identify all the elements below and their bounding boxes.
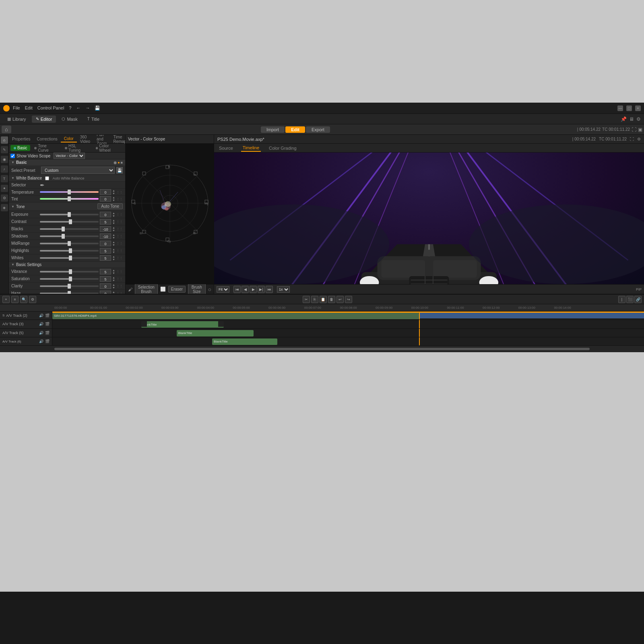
timeline-copy[interactable]: ⎘ [311, 296, 318, 303]
edit-button[interactable]: Edit [285, 126, 305, 133]
export-button[interactable]: Export [306, 126, 330, 133]
timeline-marker[interactable]: | [618, 296, 625, 303]
menu-control-panel[interactable]: Control Panel [37, 105, 64, 111]
maximize-button[interactable]: □ [626, 105, 632, 111]
saturation-track[interactable] [40, 278, 99, 280]
track-6-video-icon[interactable]: 🎬 [45, 339, 50, 343]
brush-size-button[interactable]: Brush Size [188, 284, 205, 294]
track-5-video-icon[interactable]: 🎬 [45, 331, 50, 335]
whites-value[interactable]: 5 [100, 255, 111, 261]
timeline-zoom-in[interactable]: 🔍 [20, 296, 27, 303]
timeline-split[interactable]: ⬛ [626, 296, 634, 303]
menu-edit[interactable]: Edit [25, 105, 33, 111]
tone-header[interactable]: ▼ Tone Auto Tone [9, 202, 125, 211]
whites-track[interactable] [40, 257, 99, 259]
exposure-track[interactable] [40, 214, 99, 215]
sidebar-icon-effects[interactable]: ✦ [1, 185, 8, 192]
transport-step-fwd[interactable]: ▶| [258, 286, 265, 293]
blacks-options[interactable]: ⋮⋮ [116, 227, 123, 231]
speed-select[interactable]: 1x [277, 286, 290, 293]
menu-nav-fwd[interactable]: → [85, 105, 90, 111]
clarity-stepper[interactable]: ▲▼ [112, 283, 115, 289]
whites-options[interactable]: ⋮⋮ [116, 256, 123, 260]
scope-type-select[interactable]: Vector - Color [54, 153, 85, 159]
home-button[interactable]: ⌂ [2, 126, 11, 133]
clarity-thumb[interactable] [68, 284, 71, 289]
menu-file[interactable]: File [13, 105, 20, 111]
tab-editor[interactable]: ✎ Editor [32, 116, 56, 123]
track-6-clip[interactable]: BlankTitle [212, 339, 277, 345]
shadows-track[interactable] [40, 235, 99, 237]
track-6-content[interactable]: BlankTitle [52, 337, 644, 345]
temperature-options[interactable]: ⋮⋮ [116, 190, 123, 194]
highlights-track[interactable] [40, 250, 99, 252]
track-2-content[interactable]: S8V-317711576-HDMP4.mp4 [52, 312, 644, 320]
timeline-link[interactable]: 🔗 [634, 296, 642, 303]
contrast-options[interactable]: ⋮⋮ [116, 220, 123, 223]
vibrance-value[interactable]: 5 [100, 269, 111, 275]
tab-title[interactable]: T Title [83, 116, 103, 123]
timeline-scroll-thumb[interactable] [54, 348, 590, 350]
close-button[interactable]: × [635, 105, 641, 111]
clarity-value[interactable]: 0 [100, 283, 111, 289]
auto-tone-button[interactable]: Auto Tone [97, 203, 123, 209]
vibrance-track[interactable] [40, 271, 99, 272]
clarity-track[interactable] [40, 285, 99, 287]
timeline-tab[interactable]: Timeline [241, 144, 261, 152]
shadows-stepper[interactable]: ▲▼ [112, 233, 115, 239]
whites-stepper[interactable]: ▲▼ [112, 255, 115, 261]
track-2-blue-clip[interactable] [419, 313, 644, 318]
fullscreen-icon[interactable]: ⛶ [632, 127, 636, 132]
track-3-video-icon[interactable]: 🎬 [45, 322, 50, 326]
exposure-thumb[interactable] [68, 212, 71, 217]
transport-fwd[interactable]: ⏭ [266, 286, 273, 293]
sidebar-icon-text[interactable]: T [1, 175, 8, 182]
track-3-clip[interactable]: BlankTitle [141, 321, 224, 328]
contrast-thumb[interactable] [69, 219, 72, 224]
transport-rewind[interactable]: ⏮ [233, 286, 241, 293]
basic-section-header[interactable]: ▼ Basic ◉ ● ■ [9, 159, 125, 165]
whites-thumb[interactable] [69, 256, 72, 260]
basic-settings-header[interactable]: ▼ Basic Settings [9, 262, 125, 268]
blacks-thumb[interactable] [62, 227, 65, 231]
selection-brush-button[interactable]: Selection Brush [135, 284, 158, 294]
preview-settings-icon[interactable]: ⚙ [637, 137, 641, 141]
tint-options[interactable]: ⋮⋮ [116, 197, 123, 201]
pin-icon[interactable]: 📌 [621, 116, 627, 122]
show-scope-checkbox[interactable] [10, 154, 15, 158]
color-tab-color-wheel[interactable]: Color Wheel [93, 143, 124, 153]
shadows-options[interactable]: ⋮⋮ [116, 234, 123, 238]
tab-properties[interactable]: Properties [9, 136, 34, 142]
contrast-track[interactable] [40, 221, 99, 223]
track-2-video-icon[interactable]: 🎬 [45, 314, 50, 318]
timeline-list-view[interactable]: ≡ [11, 296, 19, 303]
timeline-redo[interactable]: ↪ [345, 296, 352, 303]
track-2-solo[interactable]: S [2, 314, 4, 317]
color-tab-tone-curve[interactable]: Tone Curve [31, 143, 61, 153]
midrange-track[interactable] [40, 243, 99, 244]
track-3-audio-icon[interactable]: 🔊 [39, 322, 43, 326]
vibrance-stepper[interactable]: ▲▼ [112, 269, 115, 275]
color-tab-hsl[interactable]: HSL Tuning [62, 143, 91, 153]
temperature-value[interactable]: 0 [100, 189, 111, 195]
menu-save[interactable]: 💾 [95, 105, 100, 111]
shadows-value[interactable]: -10 [100, 233, 111, 239]
transport-step-back[interactable]: ◀ [242, 286, 249, 293]
preset-save-btn[interactable]: 💾 [116, 167, 123, 173]
track-6-audio-icon[interactable]: 🔊 [39, 339, 43, 343]
clarity-options[interactable]: ⋮⋮ [116, 284, 123, 288]
color-grading-tab[interactable]: Color Grading [267, 145, 298, 151]
timeline-paste[interactable]: 📋 [320, 296, 327, 303]
sidebar-icon-markers[interactable]: ◈ [1, 204, 8, 211]
tab-mask[interactable]: ⬡ Mask [58, 116, 81, 123]
blacks-stepper[interactable]: ▲▼ [112, 226, 115, 232]
timeline-scroll-track[interactable] [54, 348, 590, 350]
haze-thumb[interactable] [68, 291, 71, 294]
exposure-stepper[interactable]: ▲▼ [112, 212, 115, 217]
exposure-value[interactable]: 0 [100, 212, 111, 217]
sidebar-icon-edit[interactable]: ✎ [1, 146, 8, 153]
highlights-value[interactable]: 5 [100, 248, 111, 254]
timeline-delete[interactable]: 🗑 [328, 296, 335, 303]
timeline-undo[interactable]: ↩ [336, 296, 344, 303]
saturation-value[interactable]: 5 [100, 276, 111, 282]
